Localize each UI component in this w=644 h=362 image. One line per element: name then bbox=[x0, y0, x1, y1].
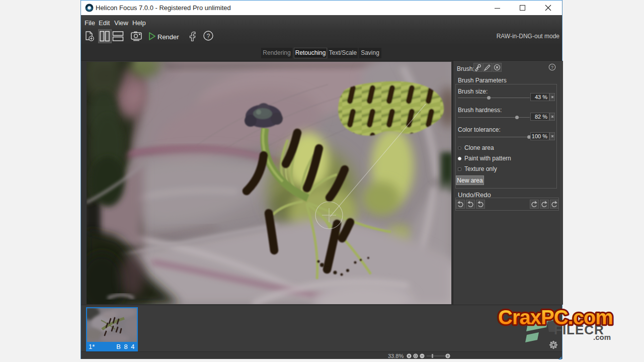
svg-text:.com: .com bbox=[593, 333, 611, 341]
svg-text:?: ? bbox=[551, 65, 553, 70]
svg-text:CraxPC.com: CraxPC.com bbox=[498, 306, 613, 328]
svg-text:?: ? bbox=[207, 33, 210, 40]
